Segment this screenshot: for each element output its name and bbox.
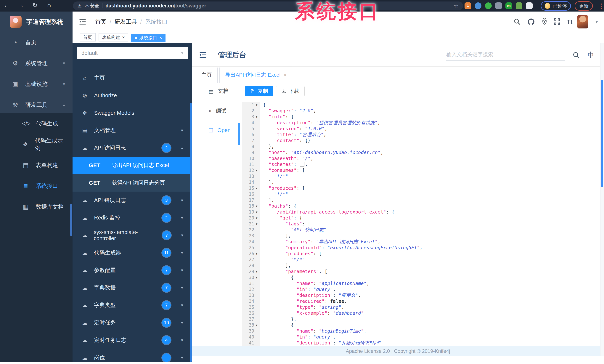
fold-icon[interactable]: ▾	[254, 222, 259, 226]
swagger-menu-item[interactable]: ❖Swagger Models	[73, 104, 192, 122]
profile-paused-badge[interactable]: 已暂停	[541, 1, 571, 11]
sidebar-subitem[interactable]: ≣系统接口	[0, 176, 73, 196]
browser-reload-icon[interactable]: ↻	[31, 1, 39, 9]
sidebar-item[interactable]: ⚙系统管理▾	[0, 53, 73, 74]
fold-icon[interactable]: ▾	[254, 204, 259, 208]
doc-search-input[interactable]	[446, 48, 566, 61]
code-editor[interactable]: { "swagger": "2.0", "info": { "descripti…	[263, 102, 597, 346]
bookmark-star-icon[interactable]: ☆	[453, 3, 459, 9]
sidebar-subitem[interactable]: </>代码生成	[0, 113, 73, 134]
download-button[interactable]: 下载	[276, 86, 305, 96]
fold-icon[interactable]: ▾	[254, 216, 259, 220]
browser-forward-icon[interactable]: →	[17, 1, 25, 9]
swagger-menu-item[interactable]: ☁Redis 监控2▾	[73, 209, 192, 226]
swagger-menu-item[interactable]: ☁定时任务日志4▾	[73, 331, 192, 349]
count-badge	[162, 353, 171, 362]
swagger-menu-item[interactable]: ☁API 访问日志2▴	[73, 139, 192, 157]
menu-fold-icon[interactable]	[78, 18, 87, 26]
tag-view[interactable]: 系统接口×	[131, 34, 165, 42]
gutter-line: 14	[242, 179, 260, 185]
swagger-menu-item[interactable]: ⊚Authorize	[73, 87, 192, 104]
sidebar-item[interactable]: ▣基础设施▾	[0, 74, 73, 94]
close-icon[interactable]: ×	[159, 36, 162, 40]
fold-icon[interactable]: ▾	[254, 276, 259, 279]
doc-tab[interactable]: 主页	[196, 67, 218, 83]
gutter-line: 9	[242, 150, 260, 155]
fold-icon[interactable]: ▾	[254, 210, 259, 214]
close-icon[interactable]: ×	[122, 35, 125, 40]
user-menu-caret-icon[interactable]: ▾	[595, 19, 598, 25]
line-number: 36	[249, 311, 254, 316]
swagger-panel-scrollbar-thumb[interactable]	[190, 103, 192, 362]
fullscreen-icon[interactable]	[553, 18, 562, 26]
swagger-menu-item[interactable]: ☁sys-sms-template-controller7▾	[73, 226, 192, 244]
extension-leaf-icon[interactable]	[516, 2, 522, 9]
swagger-operation[interactable]: GET导出API 访问日志 Excel	[73, 157, 192, 174]
doc-search-field[interactable]	[446, 48, 565, 61]
user-avatar[interactable]	[578, 15, 588, 28]
sidebar-scrollbar-thumb[interactable]	[70, 204, 72, 236]
doc-side-tab-2[interactable]: ⌖调试	[209, 107, 226, 115]
gutter-line: 3▾	[242, 114, 260, 120]
browser-address-bar[interactable]: ⚠ 不安全 dashboard.yudao.iocoder.cn/tool/sw…	[73, 1, 463, 10]
sidebar-subitem[interactable]: ▦数据库文档	[0, 196, 73, 217]
debug-icon: ⌖	[209, 108, 212, 114]
swagger-group-select[interactable]: default ▾	[77, 47, 188, 59]
extension-puzzle-icon[interactable]	[495, 2, 502, 9]
swagger-menu-item[interactable]: ☁岗位▾	[73, 349, 192, 362]
fold-icon[interactable]: ▾	[254, 252, 259, 256]
extension-paw-icon[interactable]	[526, 2, 533, 9]
extension-drop-icon[interactable]	[475, 2, 481, 9]
language-icon[interactable]: 中	[588, 50, 594, 59]
sidebar-item[interactable]: ⚒研发工具▴	[0, 94, 73, 115]
browser-back-icon[interactable]: ←	[3, 1, 11, 9]
doc-side-tab-1[interactable]: ▤文档	[209, 88, 228, 95]
gutter-line: 12▾	[242, 167, 260, 173]
sidebar-item[interactable]: ◔首页	[0, 32, 73, 53]
active-tab-indicator	[238, 123, 240, 145]
swagger-operation[interactable]: GET获得API 访问日志分页	[73, 174, 192, 192]
tag-view[interactable]: 首页	[80, 33, 96, 41]
browser-update-button[interactable]: 更新	[575, 1, 593, 11]
swagger-menu-item[interactable]: ☁参数配置7▾	[73, 262, 192, 279]
breadcrumb-item[interactable]: 研发工具	[114, 19, 137, 25]
breadcrumb-item[interactable]: 系统接口	[145, 19, 168, 25]
search-icon[interactable]	[513, 18, 522, 26]
breadcrumb-item[interactable]: 首页	[95, 19, 106, 25]
panel-collapse-icon[interactable]	[199, 50, 207, 59]
sidebar-subitem[interactable]: ▤表单构建	[0, 155, 73, 176]
form-icon: ▤	[22, 162, 29, 169]
swagger-menu-item[interactable]: ☁代码生成器11▾	[73, 244, 192, 262]
swagger-menu-item[interactable]: ▤文档管理▾	[73, 122, 192, 139]
fold-icon[interactable]: ▾	[254, 168, 259, 172]
doc-search-icon[interactable]	[572, 51, 580, 59]
line-number: 15	[249, 186, 254, 191]
extension-en-icon[interactable]: en	[505, 2, 512, 9]
browser-home-icon[interactable]: ⌂	[45, 1, 53, 9]
fold-icon[interactable]: ▾	[254, 270, 259, 274]
fold-icon[interactable]: ▾	[254, 186, 259, 190]
tag-view[interactable]: 表单构建×	[99, 33, 128, 41]
swagger-menu-item[interactable]: ☁字典数据7▾	[73, 279, 192, 297]
fold-icon[interactable]: ▾	[254, 115, 259, 119]
swagger-menu-item[interactable]: ☁字典类型7▾	[73, 297, 192, 314]
sidebar-subitem[interactable]: ❖代码生成示例	[0, 134, 73, 155]
fold-icon[interactable]: ▾	[254, 103, 259, 107]
swagger-menu-item[interactable]: ☁定时任务10▾	[73, 314, 192, 331]
swagger-menu-item[interactable]: ☁API 错误日志3▾	[73, 192, 192, 209]
fold-icon[interactable]: ▾	[254, 323, 259, 327]
code-line: ],	[263, 233, 597, 239]
doc-side-tab-3[interactable]: ❏Open	[209, 127, 231, 133]
extension-orange-icon[interactable]: 1	[465, 2, 471, 9]
page-scrollbar-thumb[interactable]	[601, 80, 603, 187]
swagger-menu-item[interactable]: ⌂主页	[73, 69, 192, 87]
close-icon[interactable]: ×	[284, 72, 287, 78]
doc-tab[interactable]: 导出API 访问日志 Excel×	[219, 67, 292, 83]
help-icon[interactable]: ?	[540, 18, 549, 26]
chevron-down-icon: ▾	[181, 50, 183, 56]
browser-menu-icon[interactable]: ⋮	[598, 2, 604, 10]
copy-button[interactable]: 复制	[245, 86, 273, 96]
extension-green-circle-icon[interactable]	[485, 2, 492, 9]
font-size-icon[interactable]: Tt	[565, 18, 574, 26]
github-icon[interactable]	[527, 18, 536, 26]
